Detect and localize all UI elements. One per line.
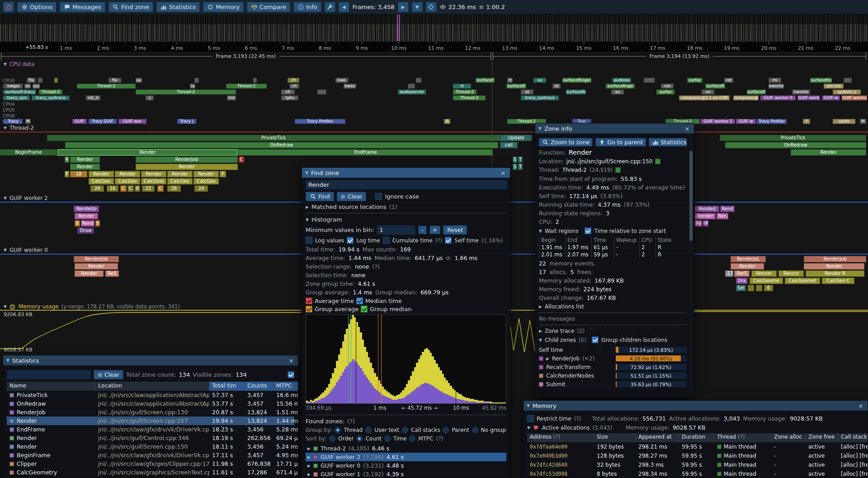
timeline-zone[interactable]: 8 [135,185,140,192]
cpu-zone[interactable]: surfac [687,78,703,83]
radio-order[interactable] [329,435,335,442]
timeline-zone[interactable]: Re [695,220,702,227]
cpu-zone[interactable]: surfacefinge [566,90,586,95]
cpu-zone[interactable]: M [860,119,866,124]
memory-column-header[interactable]: Appeared at [636,433,679,442]
statistics-column-header[interactable]: Name [7,382,95,391]
cpu-zone[interactable]: tracy_systrace [32,95,70,100]
frame-range-3193[interactable]: Frame 3,193 (22.45 ms) [1,52,491,60]
collapse-arrow-icon[interactable]: ▼ [306,218,309,222]
radio-thread[interactable] [335,427,341,433]
cpu-zone[interactable]: audiose [612,78,631,83]
log-values-checkbox[interactable] [306,237,312,244]
timeline-zone[interactable]: Render [70,156,100,163]
cpu-zone[interactable]: kworke [792,90,810,95]
timeline-zone[interactable]: F [65,171,69,177]
expand-arrow-icon[interactable]: ▶ [546,356,549,361]
cpu-zone[interactable]: surfaceflinger [562,78,591,83]
expand-arrow-icon[interactable]: ▶ [539,304,542,309]
power-button[interactable] [3,2,14,12]
timeline-zone[interactable]: RenderJo [74,206,99,212]
cpu-zone[interactable]: mi [769,78,781,83]
cpu-zone[interactable]: Thread-2 [136,90,236,95]
memory-column-header[interactable]: Call stack [838,433,868,442]
timeline-zone[interactable]: CalcGeoi [141,178,166,185]
next-frame-button[interactable]: ▶ [398,2,409,12]
timeline-zone[interactable]: Render [75,270,104,277]
timeline-zone[interactable]: Rend [81,220,94,227]
cpu-zone[interactable]: A [444,119,450,124]
timeline-zone[interactable]: Re5 [105,270,119,277]
timeline-zone[interactable]: Render [75,263,118,270]
timeline-zone[interactable]: Render [193,171,219,177]
reset-button[interactable]: Reset [443,225,467,235]
cpu-zone[interactable]: audioserver [398,90,426,95]
cpu-zone[interactable] [844,78,852,83]
timeline-zone[interactable]: Render [89,171,114,177]
frame-band[interactable]: Frame 3,193 (22.45 ms) Frame 3,194 (13.9… [0,52,868,60]
ignore-case-checkbox[interactable] [375,193,382,200]
timeline-zone[interactable]: rR [703,220,708,227]
timeline-zone[interactable]: BeginFrame [0,149,57,156]
memory-column-header[interactable]: Thread(?) [714,433,771,442]
collapse-icon[interactable]: ▼ [538,126,542,131]
timeline-zone[interactable]: CalcGeome [750,278,783,284]
statistics-column-header[interactable]: Counts [245,382,274,391]
cpu-zone[interactable]: Tracy | [177,119,196,124]
timeline-zone[interactable]: 6 [764,285,773,291]
window-titlebar[interactable]: ▼ Zone info × [535,123,694,133]
collapse-arrow-icon[interactable]: ▼ [539,229,542,233]
time-relative-checkbox[interactable] [585,227,591,234]
cpu-zone[interactable]: surfacefl [506,84,526,89]
histogram-canvas[interactable] [306,314,506,404]
expand-arrow-icon[interactable]: ▶ [306,205,309,209]
timeline-zone[interactable]: Rencer [751,270,777,277]
cpu-zone[interactable]: rt [453,84,471,89]
close-icon[interactable]: × [500,169,507,176]
cpu-zone[interactable]: surfacefing [810,78,832,83]
collapse-arrow-icon[interactable]: ▼ [527,426,530,430]
timeline-zone[interactable]: CalcGeo [115,178,140,185]
allocation-row[interactable]: 0x7dfc42d64032 bytes298.3 ms59.95 sMain … [527,460,864,469]
self-time-checkbox[interactable] [445,237,452,244]
found-zone-group[interactable]: ▶Thread-2(4,105)6.46 s [306,444,506,453]
timeline-zone[interactable]: Render [167,171,193,177]
close-icon[interactable]: × [684,125,691,132]
cpu-zone[interactable] [194,78,199,83]
timeline-zone[interactable]: Render [791,149,866,156]
cpu-zone[interactable]: composer@2.1-se (HW [679,95,730,100]
timeline-zone[interactable]: EndFrame [238,149,493,156]
window-titlebar[interactable]: ▼ Find zone × [302,168,510,178]
statistics-option-checkbox[interactable] [288,371,294,378]
timeline-zone[interactable]: Draw [77,227,94,234]
cpu-zone[interactable]: Tracy [4,119,23,124]
timeline-zone[interactable]: 24 [90,185,104,192]
child-zone-row[interactable]: Submit35.63 μs (0.79%) [539,380,687,388]
window-titlebar[interactable]: ▼ Statistics × [3,355,298,365]
cpu-zone[interactable]: s [146,95,154,100]
timeline-zone[interactable]: CalcGeomet [785,278,820,284]
timeline-zone[interactable] [748,285,754,291]
statistics-row[interactable]: EndFramejni/../jni/src/claw/gfx/drv/vk/D… [7,425,294,434]
statistics-column-header[interactable]: Total tim [209,382,245,391]
timeline-zone[interactable]: C [157,185,164,192]
cpu-zone[interactable]: fla [27,78,36,83]
thread2-header[interactable]: ▼ Thread-2 [4,125,34,131]
clear-filter-button[interactable]: ⊘Clear [94,370,123,379]
allocation-row[interactable]: 0x7e049b3d00128 bytes298.27 ms59.95 sMai… [527,451,864,460]
goto-frame-button[interactable] [426,2,437,12]
radio-mtpc[interactable] [409,435,415,442]
find-button[interactable]: Find [306,192,334,201]
cpu-zone[interactable]: nol [661,84,674,89]
collapse-arrow-icon[interactable]: ▼ [4,126,7,130]
compare-button[interactable]: Compare [247,2,290,12]
allocation-row[interactable]: 0x7dfaa64e00192 bytes298.21 ms59.95 sMai… [527,442,864,451]
timeline-zone[interactable]: -17 [725,270,733,277]
cpu-zone[interactable]: GUIF-w [822,95,840,100]
zoom-to-zone-button[interactable]: Zoom to zone [539,138,593,147]
timeline-zone[interactable]: 26 [167,185,181,192]
allocation-row[interactable]: 0x7dfc53d9988 bytes298.34 ms59.95 sMain … [527,469,864,478]
child-zone-row[interactable]: RecalcTransform72.92 μs (1.62%) [539,363,687,371]
timeline-zone[interactable]: RenderJob [74,256,119,262]
timeline-zone[interactable]: Render [70,164,100,170]
